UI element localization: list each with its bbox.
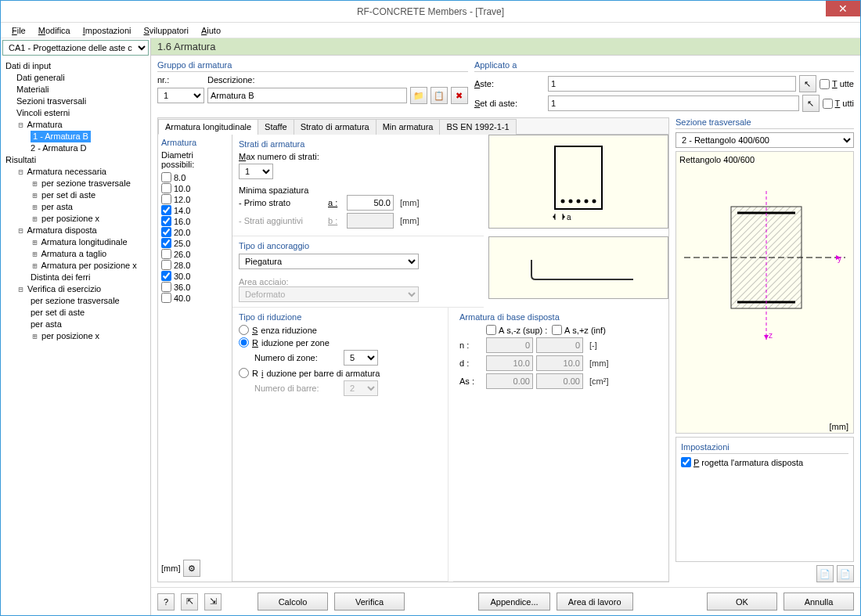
tab-longitudinale[interactable]: Armatura longitudinale [158, 119, 258, 135]
tree-materiali[interactable]: Materiali [2, 84, 149, 95]
tutte-checkbox[interactable]: Tutte [820, 79, 854, 89]
sezione-select[interactable]: 2 - Rettangolo 400/600 [675, 132, 854, 148]
diam-28.0[interactable]: 28.0 [161, 260, 229, 270]
diam-12.0[interactable]: 12.0 [161, 194, 229, 204]
tree-arm-posx[interactable]: ⊞ Armatura per posizione x [2, 260, 149, 272]
diam-30.0[interactable]: 30.0 [161, 271, 229, 281]
diam-settings-icon[interactable]: ⚙ [183, 560, 200, 577]
num-zone-select[interactable]: 5 [344, 350, 378, 366]
tree-dati-input[interactable]: Dati di input [2, 60, 149, 72]
as-sup-chk[interactable]: As,-z (sup): [486, 325, 549, 335]
n-unit: [-] [589, 340, 597, 350]
diam-14.0[interactable]: 14.0 [161, 205, 229, 215]
svg-point-2 [569, 200, 573, 204]
primo-input[interactable] [347, 195, 394, 211]
open-icon[interactable]: 📁 [410, 87, 427, 104]
svg-text:z: z [769, 331, 773, 340]
verifica-button[interactable]: Verifica [334, 593, 405, 611]
export-icon[interactable]: ⇲ [204, 593, 222, 611]
as-inf-chk[interactable]: As,+z (inf) [552, 325, 614, 335]
nav-tree[interactable]: Dati di input Dati generali Materiali Se… [1, 57, 150, 615]
menu-file[interactable]: File [7, 24, 31, 37]
delete-icon[interactable]: ✖ [451, 87, 468, 104]
tree-arm-taglio[interactable]: ⊞ Armatura a taglio [2, 248, 149, 260]
menu-sviluppatori[interactable]: Sviluppatori [139, 24, 193, 37]
tree-armatura[interactable]: ⊟ Armatura [2, 119, 149, 131]
tab-staffe[interactable]: Staffe [258, 119, 294, 135]
diam-10.0[interactable]: 10.0 [161, 183, 229, 193]
nr-select[interactable]: 1 [157, 88, 204, 103]
tree-per-sez[interactable]: ⊞ per sezione trasversale [2, 178, 149, 189]
menu-impostazioni[interactable]: Impostazioni [78, 24, 136, 37]
set-input[interactable] [548, 95, 799, 111]
diam-36.0[interactable]: 36.0 [161, 282, 229, 292]
tabstrip: Armatura longitudinale Staffe Strato di … [158, 118, 668, 135]
tree-ver-eser[interactable]: ⊟ Verifica di esercizio [2, 283, 149, 295]
area-button[interactable]: Area di lavoro [557, 593, 633, 611]
tree-sezioni[interactable]: Sezioni trasversali [2, 95, 149, 107]
n2-input [536, 337, 583, 353]
radio-zone[interactable]: Riduzione per zone [239, 337, 441, 348]
base-title: Armatura di base disposta [459, 312, 662, 322]
close-button[interactable]: ✕ [826, 1, 860, 16]
ok-button[interactable]: OK [707, 593, 777, 611]
svg-point-5 [593, 200, 596, 204]
riduz-title: Tipo di riduzione [239, 312, 441, 322]
tree-arm-disp[interactable]: ⊟ Armatura disposta [2, 225, 149, 236]
as-unit: [cm²] [589, 376, 608, 386]
tree-armatura-d[interactable]: 2 - Armatura D [2, 142, 149, 154]
menu-modifica[interactable]: Modifica [34, 24, 75, 37]
desc-input[interactable] [207, 88, 407, 103]
tree-ver-pos[interactable]: ⊞ per posizione x [2, 330, 149, 342]
copy-icon[interactable]: 📋 [430, 87, 448, 104]
diam-25.0[interactable]: 25.0 [161, 238, 229, 248]
pick-set-icon[interactable]: ↖ [802, 95, 820, 112]
appendice-button[interactable]: Appendice... [478, 593, 549, 611]
n-lbl: n : [459, 340, 483, 350]
calcolo-button[interactable]: Calcolo [258, 593, 328, 611]
progetta-chk[interactable]: Progetta l'armatura disposta [681, 457, 803, 467]
diam-40.0[interactable]: 40.0 [161, 293, 229, 303]
agg-lbl: - Strati aggiuntivi [239, 216, 325, 225]
tree-distinta[interactable]: Distinta dei ferri [2, 272, 149, 283]
diam-20.0[interactable]: 20.0 [161, 227, 229, 237]
tree-ver-asta[interactable]: per asta [2, 319, 149, 330]
case-selector[interactable]: CA1 - Progettazione delle aste c [2, 40, 149, 56]
annulla-button[interactable]: Annulla [784, 593, 854, 611]
ancor-select[interactable]: Piegatura [239, 254, 419, 269]
set-label: Set di aste: [474, 99, 545, 108]
pick-aste-icon[interactable]: ↖ [799, 75, 816, 92]
diam-16.0[interactable]: 16.0 [161, 216, 229, 226]
tab-strato[interactable]: Strato di armatura [294, 119, 376, 135]
tutti-checkbox[interactable]: Tutti [823, 99, 854, 109]
tree-per-set[interactable]: ⊞ per set di aste [2, 189, 149, 201]
diam-8.0[interactable]: 8.0 [161, 172, 229, 182]
max-strati-select[interactable]: 1 [239, 164, 273, 179]
import-icon[interactable]: ⇱ [181, 593, 198, 611]
diam-26.0[interactable]: 26.0 [161, 249, 229, 259]
tree-risultati[interactable]: Risultati [2, 154, 149, 166]
tree-per-asta[interactable]: ⊞ per asta [2, 201, 149, 213]
export-icon-2[interactable]: 📄 [837, 565, 854, 582]
radio-senza[interactable]: Senza riduzione [239, 325, 441, 335]
tab-norm[interactable]: BS EN 1992-1-1 [439, 119, 516, 135]
diam-unit: [mm] [161, 564, 180, 573]
tree-vincoli[interactable]: Vincoli esterni [2, 107, 149, 119]
group-applicato-title: Applicato a [474, 60, 854, 72]
help-icon[interactable]: ? [157, 593, 175, 611]
tree-arm-nec[interactable]: ⊟ Armatura necessaria [2, 166, 149, 178]
tab-min[interactable]: Min armatura [376, 119, 441, 135]
titlebar: RF-CONCRETE Members - [Trave] ✕ [1, 1, 860, 23]
export-icon-1[interactable]: 📄 [816, 565, 834, 582]
menu-aiuto[interactable]: Aiuto [196, 24, 225, 37]
tree-dati-generali[interactable]: Dati generali [2, 72, 149, 84]
primo-lbl: - Primo strato [239, 198, 325, 207]
tree-ver-sez[interactable]: per sezione trasversale [2, 295, 149, 307]
tree-ver-set[interactable]: per set di aste [2, 307, 149, 319]
strati-title: Strati di armatura [239, 139, 477, 149]
aste-input[interactable] [548, 76, 796, 92]
tree-armatura-b[interactable]: 1 - Armatura B [2, 131, 149, 142]
radio-barre[interactable]: Riduzione per barre di armatura [239, 368, 441, 378]
tree-arm-long[interactable]: ⊞ Armatura longitudinale [2, 236, 149, 248]
tree-per-pos[interactable]: ⊞ per posizione x [2, 213, 149, 225]
